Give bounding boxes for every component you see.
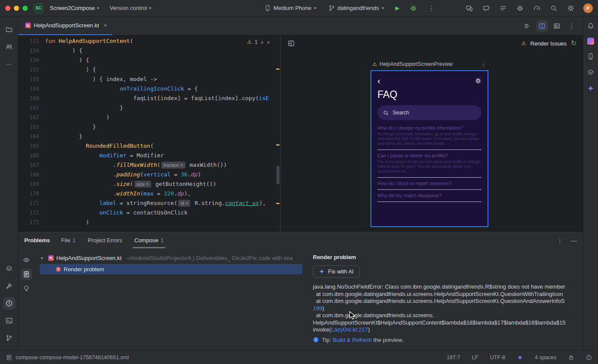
faq-question[interactable]: Can I pause or delete my profile?: [377, 153, 481, 158]
more-run-options-icon[interactable]: ⋮: [426, 3, 437, 13]
editor-scrollbar[interactable]: [276, 36, 280, 232]
code-line[interactable]: 173 ): [18, 218, 280, 227]
faq-question[interactable]: How do I change my profile information?: [377, 125, 481, 130]
ai-spark-icon[interactable]: [517, 354, 523, 361]
line-separator[interactable]: LF: [472, 354, 478, 361]
code-line[interactable]: 165 RoundedFilledButton(: [18, 141, 280, 151]
branch-selector[interactable]: datingandfriends ▾: [326, 3, 387, 13]
back-icon[interactable]: ‹: [377, 77, 380, 84]
render-issues-label[interactable]: Render Issues: [530, 40, 567, 47]
terminal-icon[interactable]: [3, 315, 15, 327]
problems-tool-icon[interactable]: [3, 297, 15, 309]
quickfix-bulb-icon[interactable]: [21, 283, 32, 294]
warning-stripe-mark[interactable]: [276, 68, 280, 70]
line-number[interactable]: 168: [18, 170, 45, 179]
line-number[interactable]: 170: [18, 189, 45, 198]
logcat-icon[interactable]: [499, 4, 507, 13]
tree-error-row[interactable]: Render problem: [40, 264, 302, 274]
line-number[interactable]: 161: [18, 103, 45, 113]
gemini-icon[interactable]: [586, 84, 595, 93]
code-line[interactable]: 162 ): [18, 113, 280, 122]
stack-link[interactable]: 199: [313, 305, 322, 312]
file-encoding[interactable]: UTF-8: [490, 354, 505, 361]
more-tool-windows-icon[interactable]: ⋯: [3, 58, 15, 70]
code-line[interactable]: 171 label = stringResource(id = R.string…: [18, 198, 280, 208]
design-view-button[interactable]: [551, 20, 562, 32]
code-line[interactable]: 159 onTrailingIconClick = {: [18, 84, 280, 94]
line-number[interactable]: 159: [18, 84, 45, 94]
version-control-icon[interactable]: [3, 332, 15, 344]
inspection-widget[interactable]: ⚠ 1 ∧ ∨: [244, 38, 273, 46]
chevron-down-icon[interactable]: ▾: [41, 256, 46, 260]
indent-setting[interactable]: 4 spaces: [535, 354, 556, 361]
fix-with-ai-button[interactable]: Fix with AI: [313, 265, 360, 278]
run-button[interactable]: ▶: [393, 4, 401, 12]
panel-options-icon[interactable]: ⋮: [557, 237, 563, 244]
line-number[interactable]: 169: [18, 179, 45, 189]
close-window-button[interactable]: [5, 6, 10, 11]
code-view-button[interactable]: [522, 20, 533, 32]
search-bar[interactable]: Search: [377, 105, 481, 120]
profiler-icon[interactable]: [533, 4, 541, 13]
refresh-icon[interactable]: ↻: [571, 40, 577, 47]
code-line[interactable]: 166 modifier = Modifier: [18, 151, 280, 160]
stack-link[interactable]: LazyDsl.kt:217: [331, 326, 368, 333]
app-insights-icon[interactable]: [587, 38, 594, 45]
settings-icon[interactable]: [566, 4, 575, 13]
build-refresh-link[interactable]: Build & Refresh: [333, 337, 372, 343]
line-number[interactable]: 130: [18, 55, 45, 65]
commit-tool-icon[interactable]: [3, 41, 15, 53]
preview-layout-icon[interactable]: [287, 39, 296, 48]
avatar[interactable]: P: [583, 3, 593, 13]
line-number[interactable]: 164: [18, 132, 45, 141]
preview-card-header[interactable]: ⚠ HelpAndSupportScreenPreview ⋮: [370, 61, 488, 68]
tab-file[interactable]: File1: [60, 232, 76, 248]
code-line[interactable]: 172 onClick = contactUsOnClick: [18, 208, 280, 218]
lock-icon[interactable]: [568, 354, 574, 361]
minimize-panel-icon[interactable]: —: [571, 237, 577, 244]
line-number[interactable]: 171: [18, 198, 45, 208]
layout-inspector-icon[interactable]: [586, 68, 595, 77]
problems-panel-title[interactable]: Problems: [24, 237, 50, 244]
split-view-button[interactable]: [536, 20, 548, 32]
app-inspection-icon[interactable]: [516, 4, 524, 13]
status-info-icon[interactable]: [586, 354, 592, 361]
project-tool-icon[interactable]: [3, 23, 15, 36]
line-number[interactable]: 173: [18, 218, 45, 227]
faq-question[interactable]: Why did my match disappear?: [377, 193, 481, 198]
notifications-icon[interactable]: [586, 22, 595, 30]
phone-preview[interactable]: ‹ FAQ Search How do I change my profile …: [370, 70, 488, 227]
tree-file-row[interactable]: ▾ K HelpAndSupportScreen.kt ~/AndroidStu…: [35, 253, 308, 263]
editor-options-icon[interactable]: ⋮: [566, 22, 578, 30]
line-number[interactable]: 165: [18, 141, 45, 151]
code-line[interactable]: 111fun HelpAndSupportContent(: [18, 36, 280, 46]
preview-canvas[interactable]: ⚠ HelpAndSupportScreenPreview ⋮ ‹ FAQ: [281, 51, 583, 232]
minimize-window-button[interactable]: [14, 6, 19, 11]
line-number[interactable]: 155: [18, 75, 45, 84]
line-number[interactable]: 162: [18, 113, 45, 122]
warning-stripe-mark[interactable]: [276, 144, 280, 146]
line-number[interactable]: 172: [18, 208, 45, 218]
code-line[interactable]: 124 ) {: [18, 46, 280, 55]
code-line[interactable]: 167 .fillMaxWidth(fraction = maxWidth()): [18, 160, 280, 170]
code-editor[interactable]: ⚠ 1 ∧ ∨ 111fun HelpAndSupportContent(124…: [18, 36, 281, 232]
code-line[interactable]: 130 ) {: [18, 55, 280, 65]
search-icon[interactable]: [549, 4, 558, 13]
code-line[interactable]: 155 ) { index, model ->: [18, 75, 280, 84]
close-tab-icon[interactable]: ×: [104, 22, 107, 29]
line-number[interactable]: 166: [18, 151, 45, 160]
line-number[interactable]: 124: [18, 46, 45, 55]
line-number[interactable]: 151: [18, 65, 45, 75]
preview-menu-icon[interactable]: ⋮: [481, 61, 487, 68]
line-number[interactable]: 167: [18, 160, 45, 170]
code-line[interactable]: 161 }: [18, 103, 280, 113]
scrollbar-thumb[interactable]: [276, 166, 280, 185]
status-file[interactable]: compose-compose-model-1758748140651.xml: [6, 354, 129, 361]
phone-settings-gear-icon[interactable]: [475, 78, 481, 84]
device-selector[interactable]: Medium Phone ▾: [262, 3, 318, 13]
details-view-icon[interactable]: [21, 269, 32, 280]
editor-tab[interactable]: K HelpAndSupportScreen.kt ×: [18, 16, 112, 35]
line-number[interactable]: 163: [18, 122, 45, 132]
code-line[interactable]: 164 }: [18, 132, 280, 141]
debug-button[interactable]: [408, 4, 419, 13]
